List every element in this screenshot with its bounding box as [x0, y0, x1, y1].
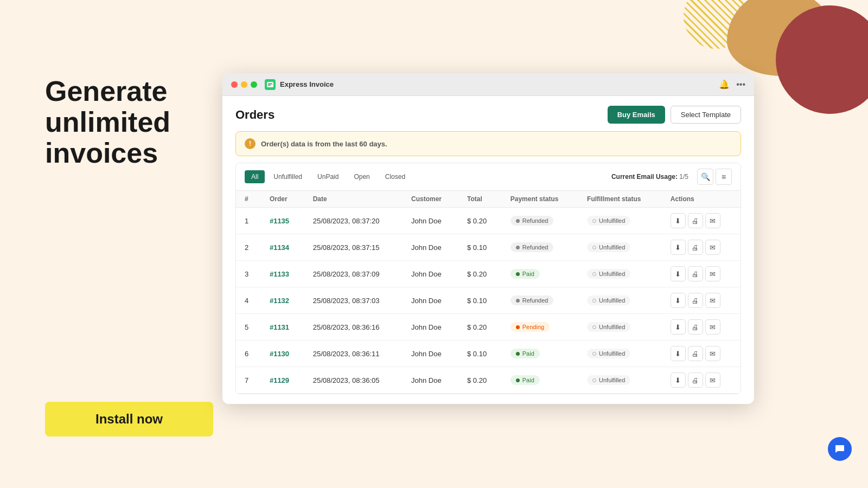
- row-fulfillment: Unfulfilled: [578, 234, 662, 261]
- download-button[interactable]: ⬇: [671, 319, 686, 335]
- row-order[interactable]: #1134: [261, 234, 304, 261]
- row-customer: John Doe: [403, 314, 458, 341]
- row-payment: Paid: [502, 261, 578, 287]
- svg-rect-2: [268, 85, 271, 85]
- row-actions: ⬇ 🖨 ✉: [662, 367, 741, 394]
- print-button[interactable]: 🖨: [688, 346, 703, 361]
- tab-unpaid[interactable]: UnPaid: [311, 170, 345, 183]
- more-options-icon[interactable]: •••: [736, 80, 745, 89]
- table-row: 7 #1129 25/08/2023, 08:36:05 John Doe $ …: [236, 367, 741, 394]
- row-payment: Pending: [502, 314, 578, 341]
- buy-emails-button[interactable]: Buy Emails: [608, 106, 665, 124]
- title-bar-actions: 🔔 •••: [719, 79, 745, 89]
- table-row: 5 #1131 25/08/2023, 08:36:16 John Doe $ …: [236, 314, 741, 341]
- table-container: All Unfulfilled UnPaid Open Closed Curre…: [235, 163, 741, 394]
- chat-button[interactable]: [828, 437, 852, 461]
- table-row: 4 #1132 25/08/2023, 08:37:03 John Doe $ …: [236, 287, 741, 314]
- row-order[interactable]: #1130: [261, 341, 304, 367]
- col-actions: Actions: [662, 191, 741, 208]
- svg-rect-0: [267, 82, 273, 87]
- email-button[interactable]: ✉: [705, 319, 720, 335]
- print-button[interactable]: 🖨: [688, 240, 703, 255]
- email-button[interactable]: ✉: [705, 266, 720, 281]
- print-button[interactable]: 🖨: [688, 373, 703, 388]
- app-content: Orders Buy Emails Select Template ! Orde…: [222, 96, 754, 404]
- row-total: $ 0.20: [458, 367, 502, 394]
- minimize-button[interactable]: [241, 81, 247, 88]
- row-fulfillment: Unfulfilled: [578, 287, 662, 314]
- email-button[interactable]: ✉: [705, 213, 720, 228]
- row-order[interactable]: #1133: [261, 261, 304, 287]
- tab-all[interactable]: All: [245, 170, 265, 183]
- row-order[interactable]: #1135: [261, 208, 304, 234]
- app-icon: [265, 79, 276, 90]
- filter-button[interactable]: ≡: [716, 169, 732, 185]
- download-button[interactable]: ⬇: [671, 373, 686, 388]
- search-button[interactable]: 🔍: [697, 169, 713, 185]
- maximize-button[interactable]: [251, 81, 257, 88]
- title-bar: Express Invoice 🔔 •••: [222, 73, 754, 96]
- alert-icon: !: [245, 138, 256, 149]
- row-order[interactable]: #1129: [261, 367, 304, 394]
- download-button[interactable]: ⬇: [671, 240, 686, 255]
- row-total: $ 0.10: [458, 234, 502, 261]
- app-icon-area: Express Invoice: [265, 79, 334, 90]
- row-payment: Refunded: [502, 208, 578, 234]
- download-button[interactable]: ⬇: [671, 213, 686, 228]
- row-actions: ⬇ 🖨 ✉: [662, 314, 741, 341]
- print-button[interactable]: 🖨: [688, 213, 703, 228]
- row-total: $ 0.20: [458, 261, 502, 287]
- row-date: 25/08/2023, 08:36:16: [304, 314, 403, 341]
- print-button[interactable]: 🖨: [688, 293, 703, 308]
- install-now-button[interactable]: Install now: [45, 402, 213, 436]
- row-actions: ⬇ 🖨 ✉: [662, 208, 741, 234]
- print-button[interactable]: 🖨: [688, 266, 703, 281]
- row-order[interactable]: #1132: [261, 287, 304, 314]
- tab-open[interactable]: Open: [347, 170, 376, 183]
- col-num: #: [236, 191, 261, 208]
- row-num: 4: [236, 287, 261, 314]
- row-customer: John Doe: [403, 341, 458, 367]
- download-button[interactable]: ⬇: [671, 346, 686, 361]
- download-button[interactable]: ⬇: [671, 266, 686, 281]
- email-button[interactable]: ✉: [705, 346, 720, 361]
- col-order: Order: [261, 191, 304, 208]
- page-title: Orders: [235, 108, 275, 122]
- notification-icon[interactable]: 🔔: [719, 79, 730, 89]
- row-fulfillment: Unfulfilled: [578, 341, 662, 367]
- row-date: 25/08/2023, 08:36:05: [304, 367, 403, 394]
- email-button[interactable]: ✉: [705, 373, 720, 388]
- orders-table: # Order Date Customer Total Payment stat…: [236, 191, 741, 394]
- row-fulfillment: Unfulfilled: [578, 261, 662, 287]
- row-num: 1: [236, 208, 261, 234]
- row-date: 25/08/2023, 08:36:11: [304, 341, 403, 367]
- email-usage: Current Email Usage: 1/5: [611, 173, 688, 181]
- email-button[interactable]: ✉: [705, 240, 720, 255]
- row-num: 6: [236, 341, 261, 367]
- print-button[interactable]: 🖨: [688, 319, 703, 335]
- row-date: 25/08/2023, 08:37:03: [304, 287, 403, 314]
- table-row: 6 #1130 25/08/2023, 08:36:11 John Doe $ …: [236, 341, 741, 367]
- email-button[interactable]: ✉: [705, 293, 720, 308]
- row-date: 25/08/2023, 08:37:20: [304, 208, 403, 234]
- col-payment: Payment status: [502, 191, 578, 208]
- row-actions: ⬇ 🖨 ✉: [662, 261, 741, 287]
- app-title: Express Invoice: [280, 80, 334, 88]
- tab-closed[interactable]: Closed: [379, 170, 412, 183]
- row-total: $ 0.10: [458, 341, 502, 367]
- col-total: Total: [458, 191, 502, 208]
- row-order[interactable]: #1131: [261, 314, 304, 341]
- close-button[interactable]: [231, 81, 238, 88]
- row-payment: Paid: [502, 341, 578, 367]
- row-customer: John Doe: [403, 287, 458, 314]
- table-row: 2 #1134 25/08/2023, 08:37:15 John Doe $ …: [236, 234, 741, 261]
- row-actions: ⬇ 🖨 ✉: [662, 341, 741, 367]
- row-payment: Refunded: [502, 287, 578, 314]
- row-total: $ 0.20: [458, 314, 502, 341]
- download-button[interactable]: ⬇: [671, 293, 686, 308]
- tab-unfulfilled[interactable]: Unfulfilled: [267, 170, 309, 183]
- col-fulfillment: Fulfillment status: [578, 191, 662, 208]
- select-template-button[interactable]: Select Template: [671, 106, 741, 124]
- row-payment: Refunded: [502, 234, 578, 261]
- row-date: 25/08/2023, 08:37:09: [304, 261, 403, 287]
